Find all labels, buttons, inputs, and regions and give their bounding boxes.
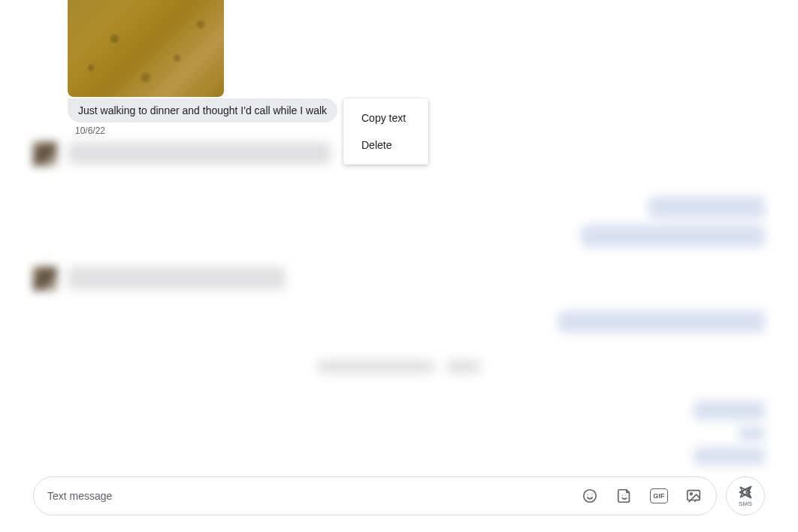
- message-row-sent-redacted: [33, 225, 765, 247]
- redacted-message: [68, 267, 286, 289]
- composer-icons: GIF: [581, 487, 703, 505]
- composer-bar: GIF SMS: [33, 476, 765, 515]
- context-menu: Copy text Delete: [343, 98, 428, 165]
- message-bubble-received[interactable]: Just walking to dinner and thought I'd c…: [68, 98, 337, 122]
- svg-point-4: [625, 495, 626, 496]
- redacted-date-separator: [318, 360, 434, 373]
- sticker-icon[interactable]: [615, 487, 633, 505]
- svg-point-6: [690, 493, 692, 495]
- context-menu-delete[interactable]: Delete: [343, 131, 428, 159]
- svg-point-3: [622, 495, 623, 496]
- svg-point-1: [588, 494, 588, 495]
- redacted-message: [558, 310, 765, 333]
- image-attach-icon[interactable]: [685, 487, 703, 505]
- avatar[interactable]: [33, 267, 57, 291]
- gif-icon[interactable]: GIF: [650, 487, 668, 505]
- redacted-message: [68, 142, 331, 165]
- svg-point-0: [584, 490, 597, 503]
- send-icon: [738, 485, 753, 500]
- avatar[interactable]: [33, 142, 57, 166]
- message-row-sent-redacted: [33, 310, 765, 333]
- message-row-received-redacted: [33, 267, 765, 291]
- send-label: SMS: [739, 500, 752, 507]
- svg-point-2: [591, 494, 592, 495]
- redacted-message: [694, 447, 765, 465]
- emoji-icon[interactable]: [581, 487, 599, 505]
- redacted-message: [739, 426, 765, 441]
- composer-input-pill[interactable]: GIF: [33, 476, 717, 515]
- image-attachment[interactable]: [68, 0, 224, 97]
- messages-list: Just walking to dinner and thought I'd c…: [0, 0, 798, 472]
- send-button[interactable]: SMS: [726, 476, 765, 515]
- message-input[interactable]: [47, 490, 581, 502]
- redacted-date-separator: [446, 360, 480, 373]
- sent-messages-stack: [33, 401, 765, 465]
- redacted-message: [694, 401, 765, 420]
- redacted-message: [581, 225, 765, 247]
- redacted-message: [648, 196, 765, 219]
- date-separator-row: [33, 360, 765, 373]
- svg-rect-5: [688, 491, 700, 500]
- message-row-sent-redacted: [33, 196, 765, 219]
- context-menu-copy[interactable]: Copy text: [343, 104, 428, 131]
